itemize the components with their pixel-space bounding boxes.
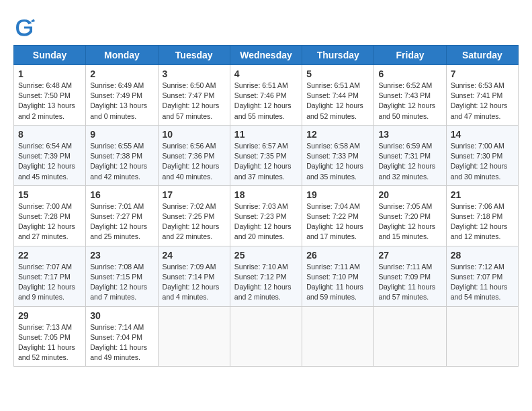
calendar-cell: 28Sunrise: 7:12 AM Sunset: 7:07 PM Dayli… — [446, 246, 518, 306]
calendar-cell: 22Sunrise: 7:07 AM Sunset: 7:17 PM Dayli… — [14, 246, 86, 306]
day-number: 17 — [163, 189, 226, 200]
day-number: 26 — [306, 250, 369, 261]
calendar-cell — [230, 306, 302, 367]
day-number: 22 — [18, 250, 81, 261]
day-info: Sunrise: 6:51 AM Sunset: 7:46 PM Dayligh… — [234, 81, 298, 122]
day-info: Sunrise: 6:52 AM Sunset: 7:43 PM Dayligh… — [378, 81, 441, 122]
day-number: 11 — [234, 129, 298, 140]
day-number: 14 — [451, 129, 514, 140]
column-header-wednesday: Wednesday — [230, 46, 302, 65]
day-info: Sunrise: 6:56 AM Sunset: 7:36 PM Dayligh… — [163, 141, 226, 182]
day-number: 8 — [18, 129, 81, 140]
day-number: 2 — [90, 68, 153, 79]
day-info: Sunrise: 7:10 AM Sunset: 7:12 PM Dayligh… — [234, 262, 298, 303]
day-info: Sunrise: 6:55 AM Sunset: 7:38 PM Dayligh… — [90, 141, 153, 182]
day-number: 30 — [90, 310, 153, 321]
day-info: Sunrise: 6:53 AM Sunset: 7:41 PM Dayligh… — [451, 81, 514, 122]
calendar-cell: 24Sunrise: 7:09 AM Sunset: 7:14 PM Dayli… — [158, 246, 230, 306]
day-number: 3 — [163, 68, 226, 79]
day-number: 23 — [90, 250, 153, 261]
calendar-cell: 26Sunrise: 7:11 AM Sunset: 7:10 PM Dayli… — [302, 246, 374, 306]
calendar-cell: 19Sunrise: 7:04 AM Sunset: 7:22 PM Dayli… — [302, 185, 374, 246]
calendar-cell: 12Sunrise: 6:58 AM Sunset: 7:33 PM Dayli… — [302, 125, 374, 185]
calendar-cell: 27Sunrise: 7:11 AM Sunset: 7:09 PM Dayli… — [374, 246, 446, 306]
day-info: Sunrise: 7:00 AM Sunset: 7:28 PM Dayligh… — [18, 201, 81, 242]
day-info: Sunrise: 7:04 AM Sunset: 7:22 PM Dayligh… — [306, 201, 369, 242]
calendar-cell: 15Sunrise: 7:00 AM Sunset: 7:28 PM Dayli… — [14, 185, 86, 246]
day-number: 29 — [18, 310, 81, 321]
page-header — [13, 13, 519, 38]
column-header-thursday: Thursday — [302, 46, 374, 65]
column-header-friday: Friday — [374, 46, 446, 65]
calendar-cell: 23Sunrise: 7:08 AM Sunset: 7:15 PM Dayli… — [86, 246, 158, 306]
column-header-monday: Monday — [86, 46, 158, 65]
day-info: Sunrise: 6:48 AM Sunset: 7:50 PM Dayligh… — [18, 81, 81, 122]
day-info: Sunrise: 6:54 AM Sunset: 7:39 PM Dayligh… — [18, 141, 81, 182]
day-number: 12 — [306, 129, 369, 140]
calendar-cell: 2Sunrise: 6:49 AM Sunset: 7:49 PM Daylig… — [86, 65, 158, 126]
calendar-cell: 6Sunrise: 6:52 AM Sunset: 7:43 PM Daylig… — [374, 65, 446, 126]
logo — [13, 17, 38, 38]
day-number: 24 — [163, 250, 226, 261]
day-number: 27 — [378, 250, 441, 261]
day-info: Sunrise: 7:12 AM Sunset: 7:07 PM Dayligh… — [451, 262, 514, 303]
calendar-table: SundayMondayTuesdayWednesdayThursdayFrid… — [13, 45, 519, 367]
day-info: Sunrise: 7:11 AM Sunset: 7:09 PM Dayligh… — [378, 262, 441, 303]
logo-icon — [13, 17, 35, 38]
day-number: 16 — [90, 189, 153, 200]
day-number: 1 — [18, 68, 81, 79]
day-info: Sunrise: 7:03 AM Sunset: 7:23 PM Dayligh… — [234, 201, 298, 242]
calendar-week-row: 1Sunrise: 6:48 AM Sunset: 7:50 PM Daylig… — [14, 65, 519, 126]
day-number: 21 — [451, 189, 514, 200]
calendar-week-row: 22Sunrise: 7:07 AM Sunset: 7:17 PM Dayli… — [14, 246, 519, 306]
day-info: Sunrise: 6:50 AM Sunset: 7:47 PM Dayligh… — [163, 81, 226, 122]
day-number: 6 — [378, 68, 441, 79]
day-info: Sunrise: 7:05 AM Sunset: 7:20 PM Dayligh… — [378, 201, 441, 242]
calendar-cell: 1Sunrise: 6:48 AM Sunset: 7:50 PM Daylig… — [14, 65, 86, 126]
calendar-header-row: SundayMondayTuesdayWednesdayThursdayFrid… — [14, 46, 519, 65]
calendar-cell: 30Sunrise: 7:14 AM Sunset: 7:04 PM Dayli… — [86, 306, 158, 367]
day-number: 19 — [306, 189, 369, 200]
day-number: 9 — [90, 129, 153, 140]
calendar-cell — [158, 306, 230, 367]
calendar-week-row: 8Sunrise: 6:54 AM Sunset: 7:39 PM Daylig… — [14, 125, 519, 185]
day-info: Sunrise: 7:01 AM Sunset: 7:27 PM Dayligh… — [90, 201, 153, 242]
calendar-cell: 29Sunrise: 7:13 AM Sunset: 7:05 PM Dayli… — [14, 306, 86, 367]
day-info: Sunrise: 7:14 AM Sunset: 7:04 PM Dayligh… — [90, 322, 153, 363]
calendar-week-row: 29Sunrise: 7:13 AM Sunset: 7:05 PM Dayli… — [14, 306, 519, 367]
calendar-cell: 4Sunrise: 6:51 AM Sunset: 7:46 PM Daylig… — [230, 65, 302, 126]
day-number: 10 — [163, 129, 226, 140]
day-info: Sunrise: 6:51 AM Sunset: 7:44 PM Dayligh… — [306, 81, 369, 122]
calendar-cell: 20Sunrise: 7:05 AM Sunset: 7:20 PM Dayli… — [374, 185, 446, 246]
calendar-cell — [446, 306, 518, 367]
day-number: 28 — [451, 250, 514, 261]
calendar-cell: 18Sunrise: 7:03 AM Sunset: 7:23 PM Dayli… — [230, 185, 302, 246]
calendar-cell: 10Sunrise: 6:56 AM Sunset: 7:36 PM Dayli… — [158, 125, 230, 185]
calendar-week-row: 15Sunrise: 7:00 AM Sunset: 7:28 PM Dayli… — [14, 185, 519, 246]
day-number: 15 — [18, 189, 81, 200]
calendar-cell: 25Sunrise: 7:10 AM Sunset: 7:12 PM Dayli… — [230, 246, 302, 306]
day-info: Sunrise: 7:07 AM Sunset: 7:17 PM Dayligh… — [18, 262, 81, 303]
day-info: Sunrise: 7:08 AM Sunset: 7:15 PM Dayligh… — [90, 262, 153, 303]
column-header-sunday: Sunday — [14, 46, 86, 65]
day-info: Sunrise: 7:09 AM Sunset: 7:14 PM Dayligh… — [163, 262, 226, 303]
calendar-cell: 21Sunrise: 7:06 AM Sunset: 7:18 PM Dayli… — [446, 185, 518, 246]
day-info: Sunrise: 7:11 AM Sunset: 7:10 PM Dayligh… — [306, 262, 369, 303]
day-info: Sunrise: 7:00 AM Sunset: 7:30 PM Dayligh… — [451, 141, 514, 182]
calendar-cell — [302, 306, 374, 367]
day-number: 18 — [234, 189, 298, 200]
calendar-cell: 8Sunrise: 6:54 AM Sunset: 7:39 PM Daylig… — [14, 125, 86, 185]
calendar-cell: 3Sunrise: 6:50 AM Sunset: 7:47 PM Daylig… — [158, 65, 230, 126]
calendar-cell — [374, 306, 446, 367]
day-number: 4 — [234, 68, 298, 79]
day-info: Sunrise: 6:57 AM Sunset: 7:35 PM Dayligh… — [234, 141, 298, 182]
calendar-cell: 7Sunrise: 6:53 AM Sunset: 7:41 PM Daylig… — [446, 65, 518, 126]
day-info: Sunrise: 7:06 AM Sunset: 7:18 PM Dayligh… — [451, 201, 514, 242]
day-info: Sunrise: 7:02 AM Sunset: 7:25 PM Dayligh… — [163, 201, 226, 242]
calendar-cell: 14Sunrise: 7:00 AM Sunset: 7:30 PM Dayli… — [446, 125, 518, 185]
calendar-cell: 11Sunrise: 6:57 AM Sunset: 7:35 PM Dayli… — [230, 125, 302, 185]
calendar-cell: 5Sunrise: 6:51 AM Sunset: 7:44 PM Daylig… — [302, 65, 374, 126]
day-info: Sunrise: 6:59 AM Sunset: 7:31 PM Dayligh… — [378, 141, 441, 182]
column-header-tuesday: Tuesday — [158, 46, 230, 65]
day-number: 20 — [378, 189, 441, 200]
